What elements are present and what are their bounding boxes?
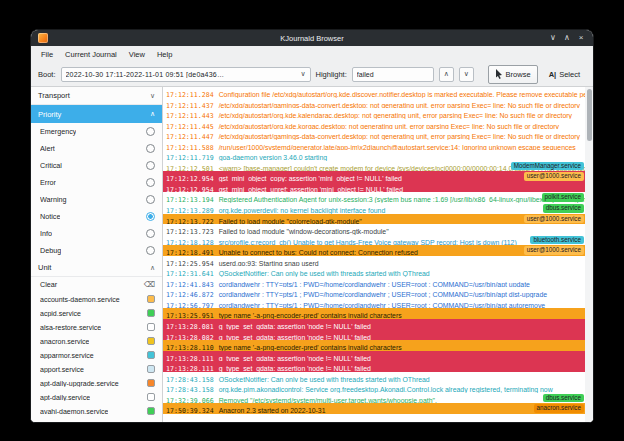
content-area: Transport ∨ Priority ∧ EmergencyAlertCri… xyxy=(31,87,593,422)
unit-item[interactable]: apparmor.service xyxy=(31,348,162,362)
log-row[interactable]: 17:28:43.158QSocketNotifier: Can only be… xyxy=(163,372,585,383)
unit-item-label: acpid.service xyxy=(40,310,81,317)
priority-option-alert[interactable]: Alert xyxy=(31,140,162,157)
close-icon[interactable]: × xyxy=(575,32,587,44)
log-row[interactable]: 17:12:12.501<warn> [base-manager] couldn… xyxy=(163,161,585,172)
find-previous-button[interactable]: ∧ xyxy=(439,67,454,82)
unit-color-checkbox[interactable] xyxy=(147,407,155,415)
log-row[interactable]: 17:12:46.872cordlandwehr : TTY=pts/1 ; P… xyxy=(163,287,585,298)
priority-option-critical[interactable]: Critical xyxy=(31,157,162,174)
log-row[interactable]: 17:12:11.719goa-daemon version 3.46.0 st… xyxy=(163,150,585,161)
log-row[interactable]: 17:12:11.447/etc/xdg/autostart/gamings-d… xyxy=(163,129,585,140)
menu-item-current-journal[interactable]: Current Journal xyxy=(59,50,123,59)
browse-button[interactable]: Browse xyxy=(488,65,538,84)
section-transport[interactable]: Transport ∨ xyxy=(31,87,162,105)
unit-badge: polkit.service xyxy=(542,193,584,202)
radio-button[interactable] xyxy=(146,212,155,221)
boot-combobox-value: 2022-10-30 17:11-2022-11-01 09:51 [de0a4… xyxy=(66,71,299,78)
highlight-label: Highlight: xyxy=(316,70,347,79)
radio-button[interactable] xyxy=(146,246,155,255)
unit-color-checkbox[interactable] xyxy=(147,379,155,387)
select-button-label: Select xyxy=(559,70,580,79)
radio-button[interactable] xyxy=(146,161,155,170)
priority-option-info[interactable]: Info xyxy=(31,225,162,242)
unit-color-checkbox[interactable] xyxy=(147,393,155,401)
priority-option-error[interactable]: Error xyxy=(31,174,162,191)
scrollbar-handle[interactable] xyxy=(587,89,592,141)
unit-color-checkbox[interactable] xyxy=(147,365,155,373)
radio-button[interactable] xyxy=(146,195,155,204)
log-row[interactable]: 17:13:28.111g_type_set_qdata: assertion … xyxy=(163,361,585,372)
log-row[interactable]: 17:13:28.111g_type_set_qdata: assertion … xyxy=(163,351,585,362)
log-row[interactable]: 17:12:11.445/etc/xdg/autostart/org.kde.k… xyxy=(163,119,585,130)
unit-item[interactable]: apt-daily-upgrade.service xyxy=(31,376,162,390)
log-row[interactable]: 17:28:43.158org.kde.pim.akonadicontrol: … xyxy=(163,382,585,393)
log-row[interactable]: 17:12:11.443/etc/xdg/autostart/org.kde.k… xyxy=(163,108,585,119)
menu-item-help[interactable]: Help xyxy=(151,50,178,59)
radio-button[interactable] xyxy=(146,144,155,153)
select-button[interactable]: A| Select xyxy=(543,66,586,83)
log-row[interactable]: 17:12:13.723Failed to load module "windo… xyxy=(163,224,585,235)
chevron-up-icon: ∧ xyxy=(150,110,155,118)
highlight-input[interactable] xyxy=(352,67,434,82)
window-title: KJournald Browser xyxy=(31,34,593,43)
log-row[interactable]: 17:12:18.128src/profile.c:record_cb() Un… xyxy=(163,235,585,246)
radio-button[interactable] xyxy=(146,178,155,187)
find-next-button[interactable]: ∨ xyxy=(459,67,474,82)
toolbar: Boot: 2022-10-30 17:11-2022-11-01 09:51 … xyxy=(31,62,593,87)
maximize-icon[interactable]: ∧ xyxy=(561,32,573,44)
log-row[interactable]: 17:13:28.110type name '-a-png-encoder-pr… xyxy=(163,340,585,351)
log-row[interactable]: 17:12:25.954userd.go:93: Starting snap u… xyxy=(163,256,585,267)
log-row[interactable]: 17:12:31.641QSocketNotifier: Can only be… xyxy=(163,266,585,277)
unit-item[interactable]: apt-daily.service xyxy=(31,390,162,404)
priority-option-debug[interactable]: Debug xyxy=(31,242,162,259)
log-row[interactable]: 17:12:11.284Configuration file /etc/xdg/… xyxy=(163,87,585,98)
minimize-icon[interactable]: ∨ xyxy=(547,32,559,44)
chevron-up-icon: ∧ xyxy=(150,264,155,272)
clear-units-button[interactable]: Clear ⌫ xyxy=(31,277,162,292)
section-unit[interactable]: Unit ∧ xyxy=(31,259,162,277)
unit-section-label: Unit xyxy=(38,263,51,272)
log-row[interactable]: 17:12:18.491Unable to connect to bus: Co… xyxy=(163,245,585,256)
menu-item-file[interactable]: File xyxy=(35,50,59,59)
log-row[interactable]: 17:13:25.951type name '-a-png-encoder-pr… xyxy=(163,308,585,319)
unit-item[interactable]: acpid.service xyxy=(31,306,162,320)
scrollbar[interactable] xyxy=(585,87,593,422)
sidebar: Transport ∨ Priority ∧ EmergencyAlertCri… xyxy=(31,87,163,422)
log-row[interactable]: 17:12:11.437/etc/xdg/autostart/gamings-d… xyxy=(163,98,585,109)
log-row[interactable]: 17:12:12.954gst_mini_object_unref: asser… xyxy=(163,182,585,193)
unit-item[interactable]: anacron.service xyxy=(31,334,162,348)
log-row[interactable]: 17:13:28.082g_type_set_qdata: assertion … xyxy=(163,330,585,341)
log-row[interactable]: 17:32:39.066Removed "/etc/systemd/system… xyxy=(163,393,585,404)
unit-color-checkbox[interactable] xyxy=(147,351,155,359)
log-row[interactable]: 17:12:13.722Failed to load module "color… xyxy=(163,214,585,225)
log-row[interactable]: 17:12:11.588/run/user/1000/systemd/gener… xyxy=(163,140,585,151)
priority-option-label: Info xyxy=(40,229,52,238)
titlebar[interactable]: KJournald Browser ∨ ∧ × xyxy=(31,30,593,46)
unit-item[interactable]: avahi-daemon.service xyxy=(31,404,162,418)
log-row[interactable]: 17:13:28.081g_type_set_qdata: assertion … xyxy=(163,319,585,330)
section-priority[interactable]: Priority ∧ xyxy=(31,105,162,123)
unit-item[interactable]: apport.service xyxy=(31,362,162,376)
unit-color-checkbox[interactable] xyxy=(147,323,155,331)
priority-option-emergency[interactable]: Emergency xyxy=(31,123,162,140)
log-row[interactable]: 17:12:13.194Registered Authentication Ag… xyxy=(163,192,585,203)
log-row[interactable]: 17:12:56.797cordlandwehr : TTY=pts/1 ; P… xyxy=(163,298,585,309)
log-row[interactable]: 17:12:41.843cordlandwehr : TTY=pts/1 ; P… xyxy=(163,277,585,288)
unit-item[interactable]: alsa-restore.service xyxy=(31,320,162,334)
menu-item-view[interactable]: View xyxy=(123,50,151,59)
log-row[interactable]: 17:50:39.324Anacron 2.3 started on 2022-… xyxy=(163,403,585,414)
unit-item[interactable]: accounts-daemon.service xyxy=(31,292,162,306)
boot-combobox[interactable]: 2022-10-30 17:11-2022-11-01 09:51 [de0a4… xyxy=(61,67,311,82)
log-row[interactable]: 17:12:13.289org.kde.powerdevil: no kerne… xyxy=(163,203,585,214)
unit-color-checkbox[interactable] xyxy=(147,295,155,303)
unit-color-checkbox[interactable] xyxy=(147,309,155,317)
priority-option-warning[interactable]: Warning xyxy=(31,191,162,208)
unit-item-label: avahi-daemon.service xyxy=(40,408,108,415)
unit-color-checkbox[interactable] xyxy=(147,337,155,345)
radio-button[interactable] xyxy=(146,127,155,136)
log-row[interactable]: 17:12:12.954gst_mini_object_copy: assert… xyxy=(163,171,585,182)
radio-button[interactable] xyxy=(146,229,155,238)
chevron-down-icon: ∨ xyxy=(464,70,469,78)
priority-option-notice[interactable]: Notice xyxy=(31,208,162,225)
